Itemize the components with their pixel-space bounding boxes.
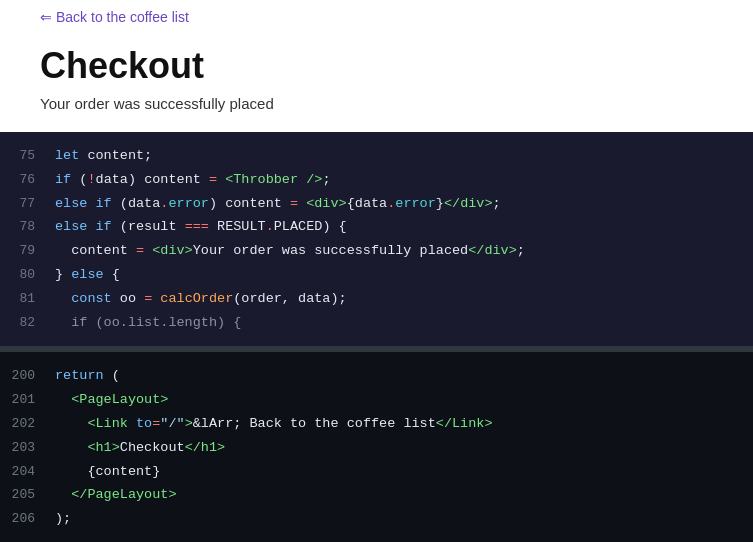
code-token xyxy=(55,392,71,407)
code-token xyxy=(55,487,71,502)
table-row: 201 <PageLayout> xyxy=(0,388,753,412)
line-content: else if (data.error) content = <div>{dat… xyxy=(55,193,501,215)
code-token: data xyxy=(96,172,128,187)
code-token: if xyxy=(55,172,79,187)
code-token xyxy=(55,464,87,479)
code-token: else xyxy=(71,267,112,282)
code-token: data xyxy=(355,196,387,211)
line-number: 204 xyxy=(0,462,55,483)
line-content: if (!data) content = <Throbber />; xyxy=(55,169,330,191)
code-token: if (oo.list.length) { xyxy=(55,315,241,330)
arrow-left-icon: ⇐ xyxy=(40,9,52,25)
code-token: . xyxy=(266,219,274,234)
code-token: let xyxy=(55,148,87,163)
code-token: ) xyxy=(128,172,144,187)
code-token: content xyxy=(55,243,136,258)
table-row: 75let content; xyxy=(0,144,753,168)
table-row: 82 if (oo.list.length) { xyxy=(0,311,753,335)
code-token: Checkout xyxy=(120,440,185,455)
code-token: PLACED xyxy=(274,219,323,234)
code-token: calcOrder xyxy=(160,291,233,306)
code-token: "/" xyxy=(160,416,184,431)
code-token: else if xyxy=(55,196,120,211)
line-number: 81 xyxy=(0,289,55,310)
code-token: ; xyxy=(339,291,347,306)
line-content: content = <div>Your order was successful… xyxy=(55,240,525,262)
code-token xyxy=(55,291,71,306)
code-token: </div> xyxy=(444,196,493,211)
code-token: /> xyxy=(306,172,322,187)
code-token: ; xyxy=(493,196,501,211)
code-token: ) xyxy=(322,219,338,234)
back-link[interactable]: ⇐ Back to the coffee list xyxy=(40,9,189,25)
code-token: </PageLayout> xyxy=(71,487,176,502)
line-content: else if (result === RESULT.PLACED) { xyxy=(55,216,347,238)
code-token: order, data xyxy=(241,291,330,306)
code-token: ; xyxy=(517,243,525,258)
code-token: > xyxy=(185,416,193,431)
line-number: 76 xyxy=(0,170,55,191)
code-token: <div> xyxy=(152,243,193,258)
code-token: === xyxy=(185,219,217,234)
table-row: 79 content = <div>Your order was success… xyxy=(0,239,753,263)
code-token xyxy=(55,440,87,455)
table-row: 200return ( xyxy=(0,364,753,388)
table-row: 76if (!data) content = <Throbber />; xyxy=(0,168,753,192)
code-token: </Link> xyxy=(436,416,493,431)
line-number: 78 xyxy=(0,217,55,238)
table-row: 204 {content} xyxy=(0,460,753,484)
code-token: to xyxy=(136,416,152,431)
line-content: </PageLayout> xyxy=(55,484,177,506)
line-number: 206 xyxy=(0,509,55,530)
code-token: = xyxy=(290,196,306,211)
code-token: content xyxy=(225,196,290,211)
line-number: 203 xyxy=(0,438,55,459)
code-token: ( xyxy=(112,368,120,383)
code-token: ( xyxy=(120,196,128,211)
code-token: Your order was successfully placed xyxy=(193,243,468,258)
page-header: ⇐ Back to the coffee list Checkout Your … xyxy=(0,0,753,132)
code-block-bottom: 200return (201 <PageLayout>202 <Link to=… xyxy=(0,352,753,542)
line-content: <Link to="/">&lArr; Back to the coffee l… xyxy=(55,413,493,435)
page-subtitle: Your order was successfully placed xyxy=(40,95,713,112)
table-row: 77else if (data.error) content = <div>{d… xyxy=(0,192,753,216)
code-token: ; xyxy=(322,172,330,187)
line-number: 75 xyxy=(0,146,55,167)
table-row: 80} else { xyxy=(0,263,753,287)
code-token: oo xyxy=(120,291,144,306)
code-token: { xyxy=(112,267,120,282)
code-token: } xyxy=(436,196,444,211)
code-token: </h1> xyxy=(185,440,226,455)
table-row: 81 const oo = calcOrder(order, data); xyxy=(0,287,753,311)
code-token: content xyxy=(96,464,153,479)
code-token: result xyxy=(128,219,185,234)
line-content: const oo = calcOrder(order, data); xyxy=(55,288,347,310)
line-content: } else { xyxy=(55,264,120,286)
code-token: <PageLayout> xyxy=(71,392,168,407)
code-token: const xyxy=(71,291,120,306)
code-token: content; xyxy=(87,148,152,163)
table-row: 78else if (result === RESULT.PLACED) { xyxy=(0,215,753,239)
code-token: ; xyxy=(63,511,71,526)
code-block-top: 75let content;76if (!data) content = <Th… xyxy=(0,132,753,346)
code-token: <Link xyxy=(87,416,136,431)
line-content: <h1>Checkout</h1> xyxy=(55,437,225,459)
line-number: 205 xyxy=(0,485,55,506)
code-token: { xyxy=(347,196,355,211)
line-content: <PageLayout> xyxy=(55,389,168,411)
code-token: data xyxy=(128,196,160,211)
line-number: 82 xyxy=(0,313,55,334)
line-content: let content; xyxy=(55,145,152,167)
code-token: { xyxy=(87,464,95,479)
line-content: if (oo.list.length) { xyxy=(55,312,241,334)
table-row: 202 <Link to="/">&lArr; Back to the coff… xyxy=(0,412,753,436)
code-token: <div> xyxy=(306,196,347,211)
table-row: 203 <h1>Checkout</h1> xyxy=(0,436,753,460)
line-number: 80 xyxy=(0,265,55,286)
code-token: RESULT xyxy=(217,219,266,234)
code-token: <Throbber xyxy=(225,172,306,187)
code-token: ) xyxy=(55,511,63,526)
code-token: = xyxy=(209,172,225,187)
code-token: ! xyxy=(87,172,95,187)
code-token: ) xyxy=(209,196,225,211)
